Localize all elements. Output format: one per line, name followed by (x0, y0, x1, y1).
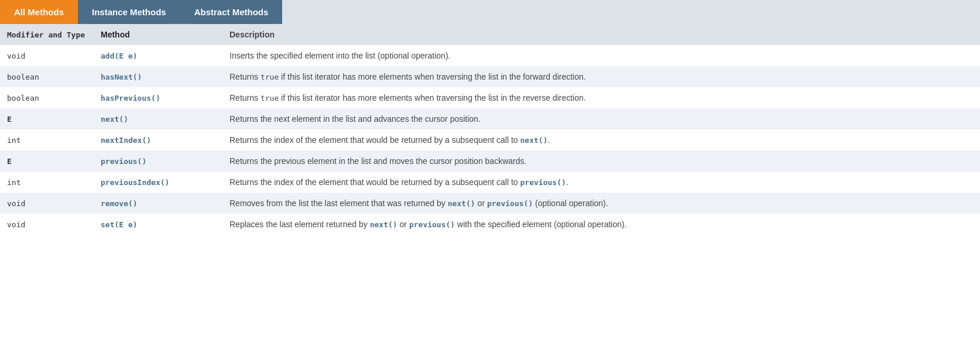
method-link[interactable]: add(E e) (101, 52, 138, 60)
cell-method: hasPrevious() (94, 87, 222, 108)
table-row: intpreviousIndex()Returns the index of t… (0, 172, 980, 193)
tab-instance-methods[interactable]: Instance Methods (78, 0, 180, 24)
cell-method: hasNext() (94, 66, 222, 87)
method-link[interactable]: next() (101, 115, 128, 124)
cell-method: nextIndex() (94, 129, 222, 151)
method-link[interactable]: hasPrevious() (101, 94, 160, 102)
method-link[interactable]: previousIndex() (101, 178, 169, 187)
header-modifier-type: Modifier and Type (0, 24, 94, 45)
cell-description: Returns the previous element in the list… (222, 151, 980, 172)
cell-method: remove() (94, 193, 222, 214)
methods-table: Modifier and Type Method Description voi… (0, 24, 980, 235)
cell-modifier: void (0, 45, 94, 66)
cell-method: previous() (94, 151, 222, 172)
table-row: voidset(E e)Replaces the last element re… (0, 214, 980, 235)
cell-modifier: int (0, 172, 94, 193)
table-row: voidremove()Removes from the list the la… (0, 193, 980, 214)
cell-description: Inserts the specified element into the l… (222, 45, 980, 66)
tab-abstract-methods[interactable]: Abstract Methods (180, 0, 283, 24)
method-link[interactable]: set(E e) (101, 220, 138, 229)
cell-description: Returns true if this list iterator has m… (222, 87, 980, 108)
cell-description: Returns the next element in the list and… (222, 108, 980, 129)
cell-description: Removes from the list the last element t… (222, 193, 980, 214)
cell-description: Replaces the last element returned by ne… (222, 214, 980, 235)
method-link[interactable]: nextIndex() (101, 136, 151, 145)
table-row: Enext()Returns the next element in the l… (0, 108, 980, 129)
cell-method: previousIndex() (94, 172, 222, 193)
table-row: Eprevious()Returns the previous element … (0, 151, 980, 172)
header-method: Method (94, 24, 222, 45)
cell-description: Returns the index of the element that wo… (222, 172, 980, 193)
table-row: booleanhasNext()Returns true if this lis… (0, 66, 980, 87)
tabs-container: All Methods Instance Methods Abstract Me… (0, 0, 980, 235)
table-row: voidadd(E e)Inserts the specified elemen… (0, 45, 980, 66)
cell-modifier: int (0, 129, 94, 151)
tab-all-methods[interactable]: All Methods (0, 0, 78, 24)
method-link[interactable]: hasNext() (101, 73, 142, 81)
cell-modifier: E (0, 151, 94, 172)
table-header-row: Modifier and Type Method Description (0, 24, 980, 45)
cell-modifier: void (0, 214, 94, 235)
cell-modifier: boolean (0, 87, 94, 108)
cell-modifier: void (0, 193, 94, 214)
tab-bar: All Methods Instance Methods Abstract Me… (0, 0, 980, 24)
cell-description: Returns true if this list iterator has m… (222, 66, 980, 87)
header-description: Description (222, 24, 980, 45)
cell-method: set(E e) (94, 214, 222, 235)
cell-method: add(E e) (94, 45, 222, 66)
cell-description: Returns the index of the element that wo… (222, 129, 980, 151)
cell-modifier: E (0, 108, 94, 129)
cell-method: next() (94, 108, 222, 129)
table-row: booleanhasPrevious()Returns true if this… (0, 87, 980, 108)
method-link[interactable]: remove() (101, 199, 138, 208)
table-row: intnextIndex()Returns the index of the e… (0, 129, 980, 151)
method-link[interactable]: previous() (101, 157, 146, 166)
cell-modifier: boolean (0, 66, 94, 87)
